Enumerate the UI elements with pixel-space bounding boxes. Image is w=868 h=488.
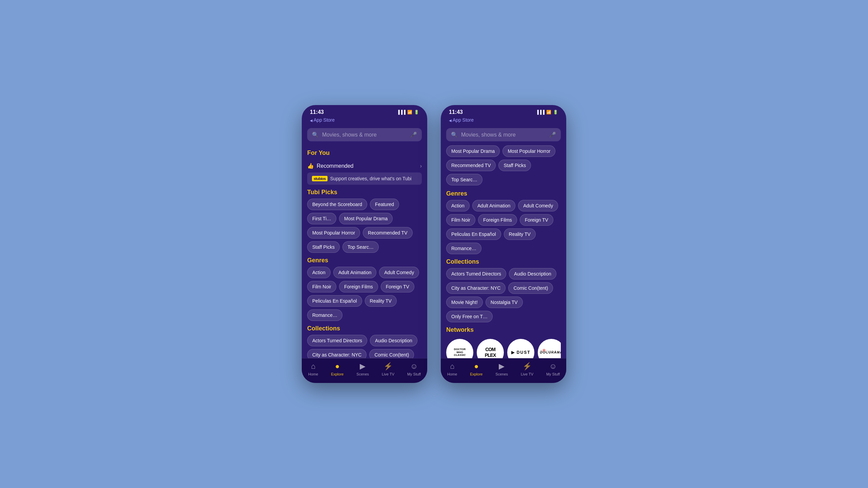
tag-most-popular-horror[interactable]: Most Popular Horror [307,227,360,239]
signal-icon: ▐▐▐ [397,110,406,115]
nav-scenes-label-right: Scenes [495,372,508,376]
nav-livetv-label-right: Live TV [521,372,533,376]
status-bar-right: 11:43 ▐▐▐ 📶 🔋 [441,105,566,117]
nav-home-label-right: Home [447,372,457,376]
search-input-right[interactable] [461,132,546,138]
phone-content-left: For You 👍 Recommended › stubios Support … [302,145,427,383]
bottom-nav-left: ⌂ Home ● Explore ▶ Scenes ⚡ Live TV ☺ My… [302,358,427,383]
search-input-left[interactable] [322,132,407,138]
status-icons-right: ▐▐▐ 📶 🔋 [536,110,558,115]
tag-action-left[interactable]: Action [307,267,331,278]
tag-only-free-right[interactable]: Only Free on T… [446,311,493,322]
search-icon-left: 🔍 [312,131,319,138]
recommended-label: Recommended [317,163,354,169]
tag-audio-desc-right[interactable]: Audio Description [509,268,556,280]
nav-mystuff-left[interactable]: ☺ My Stuff [407,362,421,376]
nav-scenes-right[interactable]: ▶ Scenes [495,362,508,376]
tag-foreign-films-right[interactable]: Foreign Films [478,214,517,226]
tag-foreign-tv-left[interactable]: Foreign TV [381,281,414,292]
tag-peliculas-right[interactable]: Peliculas En Español [446,228,501,240]
tag-top-search[interactable]: Top Searc… [342,241,379,253]
time-left: 11:43 [310,109,324,115]
nav-scenes-left[interactable]: ▶ Scenes [356,362,369,376]
collections-grid-right: Actors Turned Directors Audio Descriptio… [446,268,561,322]
bottom-nav-right: ⌂ Home ● Explore ▶ Scenes ⚡ Live TV ☺ My… [441,358,566,383]
tag-foreign-films-left[interactable]: Foreign Films [339,281,378,292]
tag-adult-animation-right[interactable]: Adult Animation [472,200,515,211]
tubi-picks-title: Tubi Picks [307,189,422,196]
tag-recommended-tv[interactable]: Recommended TV [363,227,412,239]
home-icon-right: ⌂ [450,362,454,371]
tag-beyond-scoreboard[interactable]: Beyond the Scoreboard [307,199,367,210]
nav-scenes-label-left: Scenes [356,372,369,376]
tag-actors-directors-right[interactable]: Actors Turned Directors [446,268,506,280]
tag-reality-tv-left[interactable]: Reality TV [365,295,397,307]
tag-staff-picks[interactable]: Staff Picks [307,241,340,253]
genres-grid-right: Action Adult Animation Adult Comedy Film… [446,200,561,254]
tag-staff-picks-right[interactable]: Staff Picks [498,160,531,171]
tag-most-popular-drama[interactable]: Most Popular Drama [339,213,393,224]
scenes-icon-left: ▶ [360,362,366,371]
tag-nostalgia-tv-right[interactable]: Nostalgia TV [486,297,523,308]
genres-title-left: Genres [307,257,422,264]
tag-film-noir-right[interactable]: Film Noir [446,214,475,226]
screenshot-container: 11:43 ▐▐▐ 📶 🔋 App Store 🔍 🎤 For You 👍 Re… [288,92,580,396]
nav-explore-right[interactable]: ● Explore [470,362,482,376]
nav-mystuff-label-right: My Stuff [546,372,560,376]
status-icons-left: ▐▐▐ 📶 🔋 [397,110,419,115]
phone-right: 11:43 ▐▐▐ 📶 🔋 App Store 🔍 🎤 Most Popular… [441,105,566,383]
tag-action-right[interactable]: Action [446,200,470,211]
nav-livetv-label-left: Live TV [382,372,394,376]
nav-explore-left[interactable]: ● Explore [331,362,343,376]
battery-icon: 🔋 [414,110,419,115]
collections-title-right: Collections [446,258,561,265]
tag-city-nyc-right[interactable]: City as Character: NYC [446,282,506,294]
nav-explore-label-left: Explore [331,372,343,376]
recommended-row[interactable]: 👍 Recommended › [307,159,422,172]
nav-livetv-right[interactable]: ⚡ Live TV [521,362,533,376]
tag-adult-animation-left[interactable]: Adult Animation [333,267,376,278]
back-link-left[interactable]: App Store [302,117,427,125]
tag-adult-comedy-right[interactable]: Adult Comedy [518,200,558,211]
home-icon-left: ⌂ [311,362,315,371]
tag-most-popular-horror-right[interactable]: Most Popular Horror [502,145,555,157]
tag-most-popular-drama-right[interactable]: Most Popular Drama [446,145,500,157]
nav-mystuff-label-left: My Stuff [407,372,421,376]
back-link-right[interactable]: App Store [441,117,566,125]
wifi-icon-right: 📶 [546,110,551,115]
stubios-banner[interactable]: stubios Support creatives, drive what's … [307,172,422,185]
tag-peliculas-left[interactable]: Peliculas En Español [307,295,362,307]
tag-romance-right[interactable]: Romance… [446,243,481,254]
mic-icon-left[interactable]: 🎤 [410,131,417,138]
nav-home-right[interactable]: ⌂ Home [447,362,457,376]
nav-home-left[interactable]: ⌂ Home [308,362,318,376]
signal-icon-right: ▐▐▐ [536,110,545,115]
tag-film-noir-left[interactable]: Film Noir [307,281,336,292]
tag-top-search-right[interactable]: Top Searc… [446,174,482,185]
genres-title-right: Genres [446,190,561,197]
wifi-icon: 📶 [407,110,412,115]
tag-audio-desc-left[interactable]: Audio Description [370,335,417,346]
nav-explore-label-right: Explore [470,372,482,376]
search-bar-right[interactable]: 🔍 🎤 [446,128,561,141]
tag-foreign-tv-right[interactable]: Foreign TV [520,214,553,226]
time-right: 11:43 [449,109,463,115]
genres-grid-left: Action Adult Animation Adult Comedy Film… [307,267,422,321]
search-bar-left[interactable]: 🔍 🎤 [307,128,422,141]
tag-movie-night-right[interactable]: Movie Night! [446,297,483,308]
tubi-picks-grid: Beyond the Scoreboard Featured First Ti…… [307,199,422,253]
nav-livetv-left[interactable]: ⚡ Live TV [382,362,394,376]
search-icon-right: 🔍 [451,131,458,138]
tag-actors-directors-left[interactable]: Actors Turned Directors [307,335,367,346]
tag-adult-comedy-left[interactable]: Adult Comedy [379,267,419,278]
tag-reality-tv-right[interactable]: Reality TV [504,228,536,240]
mic-icon-right[interactable]: 🎤 [549,131,556,138]
tag-comic-con-right[interactable]: Comic Con(tent) [508,282,553,294]
nav-mystuff-right[interactable]: ☺ My Stuff [546,362,560,376]
tag-romance-left[interactable]: Romance… [307,309,342,321]
tag-recommended-tv-right[interactable]: Recommended TV [446,160,496,171]
tag-featured[interactable]: Featured [370,199,399,210]
livetv-icon-left: ⚡ [383,362,393,371]
tag-first-ti[interactable]: First Ti… [307,213,336,224]
chevron-right-icon: › [420,163,422,169]
